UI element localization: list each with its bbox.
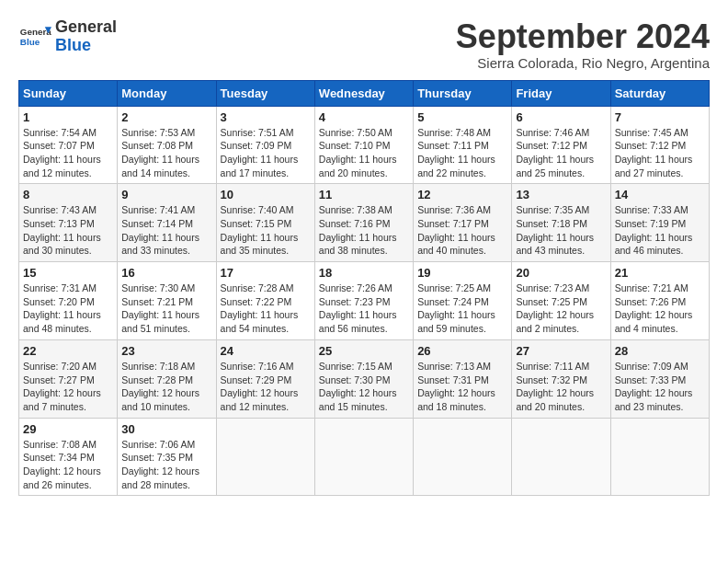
page-header: General Blue General Blue September 2024… xyxy=(18,18,710,71)
calendar-week-3: 15Sunrise: 7:31 AMSunset: 7:20 PMDayligh… xyxy=(19,262,710,340)
day-info: Sunrise: 7:25 AMSunset: 7:24 PMDaylight:… xyxy=(417,282,507,336)
day-number: 15 xyxy=(23,266,113,280)
calendar-cell: 16Sunrise: 7:30 AMSunset: 7:21 PMDayligh… xyxy=(118,262,216,340)
day-number: 28 xyxy=(615,344,705,358)
calendar-cell xyxy=(512,418,610,496)
day-number: 16 xyxy=(121,266,211,280)
calendar-cell: 18Sunrise: 7:26 AMSunset: 7:23 PMDayligh… xyxy=(314,262,413,340)
day-number: 21 xyxy=(615,266,705,280)
day-number: 18 xyxy=(319,266,409,280)
weekday-header-sunday: Sunday xyxy=(19,80,118,106)
calendar-week-5: 29Sunrise: 7:08 AMSunset: 7:34 PMDayligh… xyxy=(19,418,710,496)
calendar-cell: 8Sunrise: 7:43 AMSunset: 7:13 PMDaylight… xyxy=(19,184,118,262)
day-number: 19 xyxy=(417,266,507,280)
logo-general-text: General xyxy=(55,17,117,36)
day-number: 5 xyxy=(417,110,507,124)
weekday-header-row: SundayMondayTuesdayWednesdayThursdayFrid… xyxy=(19,80,710,106)
day-info: Sunrise: 7:50 AMSunset: 7:10 PMDaylight:… xyxy=(319,126,409,180)
day-number: 23 xyxy=(121,344,211,358)
day-info: Sunrise: 7:51 AMSunset: 7:09 PMDaylight:… xyxy=(221,126,311,180)
day-number: 2 xyxy=(121,110,211,124)
day-info: Sunrise: 7:09 AMSunset: 7:33 PMDaylight:… xyxy=(615,360,705,414)
day-number: 3 xyxy=(221,110,311,124)
calendar-cell: 3Sunrise: 7:51 AMSunset: 7:09 PMDaylight… xyxy=(216,106,314,184)
calendar-cell: 21Sunrise: 7:21 AMSunset: 7:26 PMDayligh… xyxy=(610,262,709,340)
day-number: 10 xyxy=(221,188,311,201)
title-section: September 2024 Sierra Colorada, Rio Negr… xyxy=(456,18,710,71)
day-number: 26 xyxy=(417,344,507,358)
calendar-cell: 10Sunrise: 7:40 AMSunset: 7:15 PMDayligh… xyxy=(216,184,314,262)
day-info: Sunrise: 7:48 AMSunset: 7:11 PMDaylight:… xyxy=(417,126,507,180)
calendar-cell xyxy=(216,418,314,496)
logo-icon: General Blue xyxy=(18,20,51,53)
day-info: Sunrise: 7:33 AMSunset: 7:19 PMDaylight:… xyxy=(615,203,705,258)
calendar-cell: 12Sunrise: 7:36 AMSunset: 7:17 PMDayligh… xyxy=(414,184,512,262)
day-info: Sunrise: 7:36 AMSunset: 7:17 PMDaylight:… xyxy=(417,203,507,258)
day-info: Sunrise: 7:31 AMSunset: 7:20 PMDaylight:… xyxy=(23,282,113,336)
day-info: Sunrise: 7:06 AMSunset: 7:35 PMDaylight:… xyxy=(121,438,211,492)
day-number: 12 xyxy=(417,188,507,201)
day-number: 25 xyxy=(319,344,409,358)
weekday-header-monday: Monday xyxy=(118,80,216,106)
location-subtitle: Sierra Colorada, Rio Negro, Argentina xyxy=(456,55,710,71)
calendar-cell: 19Sunrise: 7:25 AMSunset: 7:24 PMDayligh… xyxy=(414,262,512,340)
day-info: Sunrise: 7:43 AMSunset: 7:13 PMDaylight:… xyxy=(23,203,113,258)
calendar-cell: 27Sunrise: 7:11 AMSunset: 7:32 PMDayligh… xyxy=(512,339,610,418)
day-number: 11 xyxy=(319,188,409,201)
day-info: Sunrise: 7:18 AMSunset: 7:28 PMDaylight:… xyxy=(121,360,211,414)
day-info: Sunrise: 7:16 AMSunset: 7:29 PMDaylight:… xyxy=(221,360,311,414)
calendar-table: SundayMondayTuesdayWednesdayThursdayFrid… xyxy=(18,80,710,497)
calendar-cell: 28Sunrise: 7:09 AMSunset: 7:33 PMDayligh… xyxy=(610,339,709,418)
calendar-cell: 25Sunrise: 7:15 AMSunset: 7:30 PMDayligh… xyxy=(314,339,413,418)
day-info: Sunrise: 7:15 AMSunset: 7:30 PMDaylight:… xyxy=(319,360,409,414)
day-info: Sunrise: 7:20 AMSunset: 7:27 PMDaylight:… xyxy=(23,360,113,414)
weekday-header-saturday: Saturday xyxy=(610,80,709,106)
day-info: Sunrise: 7:41 AMSunset: 7:14 PMDaylight:… xyxy=(121,203,211,258)
calendar-week-2: 8Sunrise: 7:43 AMSunset: 7:13 PMDaylight… xyxy=(19,184,710,262)
calendar-cell: 4Sunrise: 7:50 AMSunset: 7:10 PMDaylight… xyxy=(314,106,413,184)
day-info: Sunrise: 7:46 AMSunset: 7:12 PMDaylight:… xyxy=(516,126,606,180)
day-info: Sunrise: 7:30 AMSunset: 7:21 PMDaylight:… xyxy=(121,282,211,336)
calendar-cell: 22Sunrise: 7:20 AMSunset: 7:27 PMDayligh… xyxy=(19,339,118,418)
calendar-cell: 23Sunrise: 7:18 AMSunset: 7:28 PMDayligh… xyxy=(118,339,216,418)
day-number: 1 xyxy=(23,110,113,124)
day-number: 9 xyxy=(121,188,211,201)
day-number: 8 xyxy=(23,188,113,201)
day-number: 24 xyxy=(221,344,311,358)
weekday-header-wednesday: Wednesday xyxy=(314,80,413,106)
day-number: 30 xyxy=(121,422,211,436)
day-info: Sunrise: 7:38 AMSunset: 7:16 PMDaylight:… xyxy=(319,203,409,258)
logo-blue-text: Blue xyxy=(55,36,91,54)
calendar-cell: 1Sunrise: 7:54 AMSunset: 7:07 PMDaylight… xyxy=(19,106,118,184)
day-info: Sunrise: 7:13 AMSunset: 7:31 PMDaylight:… xyxy=(417,360,507,414)
calendar-cell: 26Sunrise: 7:13 AMSunset: 7:31 PMDayligh… xyxy=(414,339,512,418)
calendar-cell: 14Sunrise: 7:33 AMSunset: 7:19 PMDayligh… xyxy=(610,184,709,262)
day-info: Sunrise: 7:11 AMSunset: 7:32 PMDaylight:… xyxy=(516,360,606,414)
day-info: Sunrise: 7:45 AMSunset: 7:12 PMDaylight:… xyxy=(615,126,705,180)
calendar-cell: 17Sunrise: 7:28 AMSunset: 7:22 PMDayligh… xyxy=(216,262,314,340)
calendar-cell: 7Sunrise: 7:45 AMSunset: 7:12 PMDaylight… xyxy=(610,106,709,184)
day-number: 7 xyxy=(615,110,705,124)
calendar-cell: 6Sunrise: 7:46 AMSunset: 7:12 PMDaylight… xyxy=(512,106,610,184)
day-info: Sunrise: 7:40 AMSunset: 7:15 PMDaylight:… xyxy=(221,203,311,258)
day-number: 17 xyxy=(221,266,311,280)
calendar-cell xyxy=(610,418,709,496)
calendar-cell xyxy=(414,418,512,496)
day-number: 22 xyxy=(23,344,113,358)
calendar-week-4: 22Sunrise: 7:20 AMSunset: 7:27 PMDayligh… xyxy=(19,339,710,418)
day-number: 14 xyxy=(615,188,705,201)
day-info: Sunrise: 7:28 AMSunset: 7:22 PMDaylight:… xyxy=(221,282,311,336)
calendar-cell: 24Sunrise: 7:16 AMSunset: 7:29 PMDayligh… xyxy=(216,339,314,418)
weekday-header-tuesday: Tuesday xyxy=(216,80,314,106)
calendar-cell: 11Sunrise: 7:38 AMSunset: 7:16 PMDayligh… xyxy=(314,184,413,262)
calendar-cell: 15Sunrise: 7:31 AMSunset: 7:20 PMDayligh… xyxy=(19,262,118,340)
calendar-week-1: 1Sunrise: 7:54 AMSunset: 7:07 PMDaylight… xyxy=(19,106,710,184)
day-number: 4 xyxy=(319,110,409,124)
day-info: Sunrise: 7:54 AMSunset: 7:07 PMDaylight:… xyxy=(23,126,113,180)
day-number: 27 xyxy=(516,344,606,358)
calendar-cell: 30Sunrise: 7:06 AMSunset: 7:35 PMDayligh… xyxy=(118,418,216,496)
calendar-cell: 29Sunrise: 7:08 AMSunset: 7:34 PMDayligh… xyxy=(19,418,118,496)
calendar-cell: 13Sunrise: 7:35 AMSunset: 7:18 PMDayligh… xyxy=(512,184,610,262)
day-info: Sunrise: 7:08 AMSunset: 7:34 PMDaylight:… xyxy=(23,438,113,492)
day-info: Sunrise: 7:23 AMSunset: 7:25 PMDaylight:… xyxy=(516,282,606,336)
